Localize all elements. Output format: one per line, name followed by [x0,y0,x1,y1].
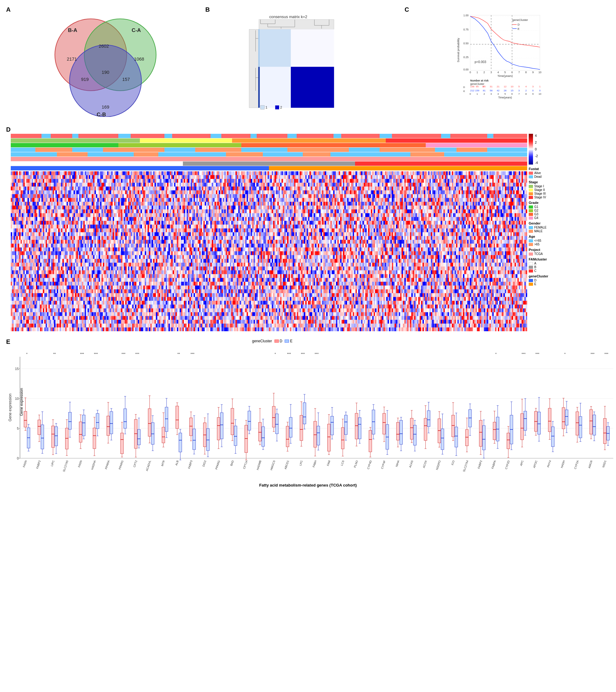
famcluster-b-swatch [529,266,533,269]
svg-rect-120 [118,143,241,147]
count-ba-ca: 2602 [99,44,109,48]
stage-legend-title: Stage [529,180,615,184]
svg-rect-141 [11,162,183,166]
svg-text:9: 9 [532,92,534,95]
svg-text:0: 0 [470,71,471,74]
grade-g1-swatch [529,206,533,209]
colorbar-2: 2 [535,141,538,144]
fustat-alive-label: Alive [534,171,541,175]
svg-rect-32 [275,105,279,109]
svg-rect-122 [426,143,527,147]
svg-text:0.50: 0.50 [464,42,469,45]
svg-text:0: 0 [532,89,534,92]
svg-text:2: 2 [484,92,485,95]
svg-text:10: 10 [511,85,514,88]
svg-rect-134 [134,152,158,156]
svg-rect-133 [57,152,88,156]
genecluster-legend-title: geneCluster [529,274,615,278]
svg-text:3: 3 [490,71,492,74]
svg-rect-124 [11,148,527,152]
colorbar [529,134,533,165]
svg-text:31: 31 [490,85,493,88]
panel-d: D [6,126,610,335]
svg-rect-146 [269,166,527,170]
svg-rect-109 [333,134,341,138]
svg-text:6: 6 [511,71,513,74]
project-legend: Project TCGA [529,248,615,256]
svg-rect-111 [441,134,450,138]
svg-text:8: 8 [525,92,527,95]
svg-rect-145 [11,166,269,170]
boxplot-y-axis-label: Gene expression [19,388,24,416]
project-tcga-swatch [529,252,533,256]
svg-rect-24 [260,29,291,67]
svg-rect-106 [211,134,221,138]
genecluster-d-swatch [529,279,533,282]
svg-text:15: 15 [511,89,514,92]
svg-text:10: 10 [538,92,541,95]
grade-g3: G3 [529,212,615,216]
stage-iv-swatch [529,196,533,199]
svg-text:5: 5 [504,71,506,74]
svg-rect-30 [261,105,265,109]
svg-text:E: E [464,90,465,92]
fustat-legend-title: Fustat [529,167,615,171]
boxplot-canvas [8,348,616,483]
svg-rect-129 [380,148,435,152]
svg-text:5: 5 [504,92,506,95]
svg-rect-143 [355,162,527,166]
grade-legend-title: Grade [529,201,615,205]
count-ba-cb: 919 [81,77,89,82]
famcluster-a: A [529,262,615,265]
legend-e-swatch [285,339,289,343]
svg-rect-112 [487,134,493,138]
gender-female-swatch [529,226,533,229]
svg-text:0.00: 0.00 [464,68,469,71]
age-le65: <=65 [529,239,615,243]
genecluster-legend: geneCluster D E [529,274,615,286]
grade-g4-swatch [529,216,533,219]
legend-area: 4 2 0 -2 -4 Fustat Alive Dead [529,134,615,288]
age-gt65-label: >65 [534,243,540,246]
stage-ii: Stage II [529,188,615,192]
svg-text:2: 2 [484,71,485,74]
count-ca-only: 1068 [134,57,144,62]
top-row: A B-A C-A C-B 2171 1068 169 [6,6,610,123]
svg-rect-139 [11,157,527,161]
svg-text:0.75: 0.75 [464,28,469,31]
gender-male-label: MALE [534,229,543,233]
svg-text:0.25: 0.25 [464,56,469,59]
svg-rect-137 [410,152,444,156]
svg-rect-135 [226,152,263,156]
fustat-dead-label: Dead [534,175,542,179]
famcluster-c: C [529,269,615,272]
grade-legend: Grade G1 G2 G3 G4 [529,201,615,219]
age-gt65-swatch [529,243,533,246]
survival-x-axis: Time(years) [497,74,513,78]
genecluster-e: E [529,282,615,286]
grade-g4-label: G4 [534,216,538,219]
famcluster-legend: FAMcluster A B C [529,257,615,272]
svg-rect-136 [303,152,330,156]
legend-e-label: E [290,339,292,343]
panel-b: B consensus matrix k=2 [205,6,404,123]
panel-c: C Survival probability 1.00 0.75 0.50 0.… [404,6,610,123]
stage-ii-swatch [529,189,533,192]
svg-text:1: 1 [477,92,478,95]
svg-text:1: 1 [539,85,541,88]
grade-g3-label: G3 [534,212,538,216]
gender-male-swatch [529,230,533,233]
svg-rect-121 [241,143,426,147]
svg-text:58: 58 [490,89,493,92]
famcluster-c-swatch [529,269,533,272]
famcluster-c-label: C [534,269,536,272]
svg-text:0: 0 [470,92,471,95]
survival-svg: Survival probability 1.00 0.75 0.50 0.25… [408,12,602,117]
svg-rect-132 [11,152,527,156]
grade-g3-swatch [529,213,533,216]
svg-text:1: 1 [266,105,268,109]
svg-text:7: 7 [518,92,520,95]
svg-text:28: 28 [504,89,507,92]
famcluster-legend-title: FAMcluster [529,257,615,261]
svg-rect-26 [291,29,334,67]
